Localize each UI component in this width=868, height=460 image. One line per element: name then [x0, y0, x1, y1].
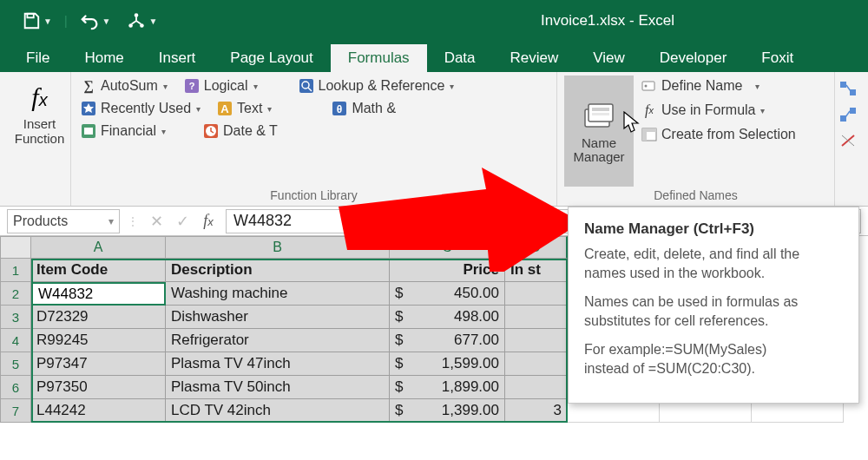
col-header-d[interactable]: D	[505, 236, 568, 259]
row-header[interactable]: 7	[0, 399, 31, 423]
financial-icon	[80, 122, 97, 140]
cell[interactable]	[505, 306, 568, 329]
chevron-down-icon: ▾	[163, 82, 168, 91]
cell[interactable]: $450.00	[390, 282, 505, 306]
svg-rect-30	[850, 108, 856, 114]
lookup-reference-button[interactable]: Lookup & Reference▾	[296, 76, 457, 96]
tab-file[interactable]: File	[9, 44, 67, 72]
cell[interactable]: Plasma TV 50inch	[166, 376, 390, 399]
tooltip-text: For example:=SUM(MySales)instead of =SUM…	[584, 340, 843, 378]
ribbon: fx InsertFunction ∑ AutoSum▾ ? Logical▾ …	[0, 72, 868, 207]
undo-button[interactable]: ▼	[76, 7, 115, 35]
cell[interactable]: LCD TV 42inch	[166, 399, 390, 423]
svg-rect-22	[592, 113, 609, 115]
use-in-formula-button[interactable]: fx Use in Formula▾	[639, 100, 827, 121]
cell[interactable]: Plasma TV 47inch	[166, 352, 390, 376]
cell[interactable]: Dishwasher	[166, 306, 390, 329]
logical-button[interactable]: ? Logical▾	[181, 76, 260, 96]
tab-page-layout[interactable]: Page Layout	[213, 44, 330, 72]
row-header[interactable]: 3	[0, 306, 31, 329]
cell[interactable]: Price	[390, 259, 505, 282]
create-selection-icon	[641, 126, 658, 143]
col-header-c[interactable]: C	[390, 236, 505, 259]
chevron-down-icon: ▾	[760, 106, 765, 115]
cell[interactable]	[505, 282, 568, 306]
tab-home[interactable]: Home	[67, 44, 141, 72]
fx-icon: fx	[22, 79, 58, 115]
svg-rect-21	[592, 108, 609, 111]
trace-dependents-icon[interactable]	[839, 107, 857, 122]
financial-button[interactable]: Financial▾	[78, 121, 168, 141]
cell[interactable]: $1,399.00	[390, 399, 505, 423]
row-header[interactable]: 1	[0, 259, 31, 282]
cell[interactable]	[505, 329, 568, 352]
fx-icon[interactable]: fx	[198, 212, 219, 230]
row-header[interactable]: 2	[0, 282, 31, 306]
row-header[interactable]: 4	[0, 329, 31, 352]
tab-review[interactable]: Review	[493, 44, 576, 72]
cell[interactable]: $1,899.00	[390, 376, 505, 399]
row-header[interactable]: 6	[0, 376, 31, 399]
tab-developer[interactable]: Developer	[642, 44, 745, 72]
cell[interactable]: Item Code	[31, 259, 166, 282]
recently-used-button[interactable]: Recently Used▾	[78, 98, 202, 119]
col-header-a[interactable]: A	[31, 236, 166, 259]
chevron-down-icon: ▾	[161, 127, 166, 136]
ribbon-tabs: File Home Insert Page Layout Formulas Da…	[0, 42, 868, 72]
svg-point-24	[645, 85, 648, 88]
cell[interactable]: P97350	[31, 376, 166, 399]
tab-foxit[interactable]: Foxit	[744, 44, 811, 72]
trace-precedents-icon[interactable]	[839, 81, 857, 96]
group-defined-names: NameManager Define Name ▾ fx Use in Form…	[557, 72, 835, 206]
math-icon: θ	[331, 100, 348, 117]
create-from-selection-button[interactable]: Create from Selection	[639, 124, 827, 145]
col-header-b[interactable]: B	[166, 236, 390, 259]
select-all-corner[interactable]	[0, 236, 31, 259]
name-manager-button[interactable]: NameManager	[564, 76, 634, 187]
row-header[interactable]: 5	[0, 352, 31, 376]
tab-view[interactable]: View	[575, 44, 642, 72]
cell[interactable]	[505, 376, 568, 399]
cell[interactable]: Washing machine	[166, 282, 390, 306]
chevron-down-icon: ▾	[450, 82, 454, 91]
define-name-button[interactable]: Define Name ▾	[639, 76, 827, 96]
tab-insert[interactable]: Insert	[141, 44, 214, 72]
tab-formulas[interactable]: Formulas	[331, 44, 427, 72]
lookup-icon	[298, 77, 315, 95]
insert-function-button[interactable]: fx InsertFunction	[7, 76, 72, 149]
text-button[interactable]: A Text▾	[214, 98, 273, 119]
cell[interactable]: Description	[166, 259, 390, 282]
cell[interactable]: $498.00	[390, 306, 505, 329]
window-title: Invoice1.xlsx - Excel	[541, 12, 674, 30]
tag-icon	[641, 77, 658, 95]
cell[interactable]: L44242	[31, 399, 166, 423]
clock-icon	[202, 122, 220, 140]
math-trig-button[interactable]: θ Math &	[329, 98, 398, 119]
svg-rect-23	[642, 82, 654, 90]
cell[interactable]	[31, 282, 166, 306]
cell[interactable]: $1,599.00	[390, 352, 505, 376]
cell[interactable]	[505, 352, 568, 376]
name-box[interactable]: Products ▾	[7, 209, 120, 233]
cell[interactable]: In st	[505, 259, 568, 282]
autosum-button[interactable]: ∑ AutoSum▾	[78, 76, 169, 96]
formula-bar-controls: ✕ ✓ fx	[146, 212, 219, 231]
cell[interactable]: P97347	[31, 352, 166, 376]
chevron-down-icon: ▾	[267, 104, 272, 114]
cell[interactable]: Refrigerator	[166, 329, 390, 352]
recent-icon	[80, 100, 97, 117]
cell[interactable]: D72329	[31, 306, 166, 329]
tab-data[interactable]: Data	[427, 44, 493, 72]
quick-access-toolbar: ▼ | ▼ ▼	[0, 7, 161, 35]
cell[interactable]: R99245	[31, 329, 166, 352]
group-formula-auditing	[835, 72, 861, 206]
chevron-down-icon: ▾	[196, 104, 201, 114]
cancel-icon[interactable]: ✕	[146, 212, 167, 231]
save-button[interactable]: ▼	[17, 7, 56, 35]
date-time-button[interactable]: Date & T	[201, 121, 279, 141]
remove-arrows-icon[interactable]	[839, 133, 857, 148]
cell[interactable]: 3	[505, 399, 568, 423]
cell[interactable]: $677.00	[390, 329, 505, 352]
trace-button[interactable]: ▼	[122, 7, 161, 35]
enter-icon[interactable]: ✓	[172, 212, 193, 231]
